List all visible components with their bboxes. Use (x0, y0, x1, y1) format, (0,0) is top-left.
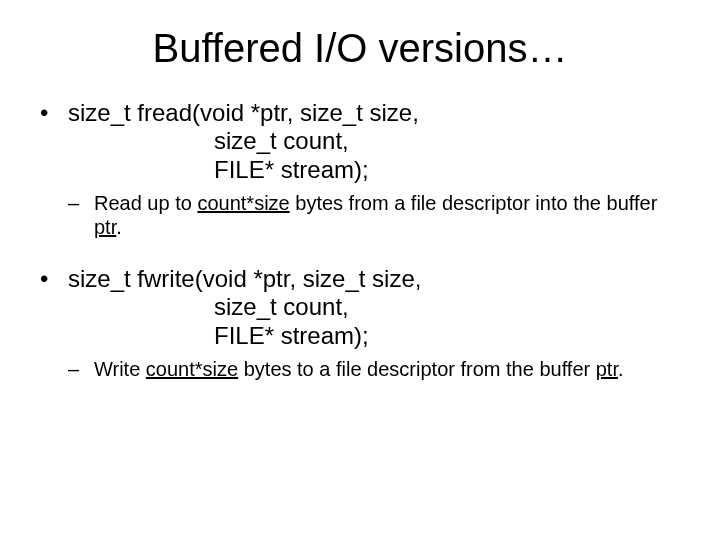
fread-desc-pre: Read up to (94, 192, 197, 214)
slide-body: • size_t fread(void *ptr, size_t size, s… (40, 99, 680, 382)
bullet-fwrite: • size_t fwrite(void *ptr, size_t size, … (40, 265, 680, 350)
subbullet-fwrite-desc: – Write count*size bytes to a file descr… (68, 358, 680, 382)
fwrite-desc-ptr: ptr (596, 358, 618, 380)
bullet-dash-icon: – (68, 192, 94, 239)
fwrite-desc-countsize: count*size (146, 358, 238, 380)
bullet-dash-icon: – (68, 358, 94, 382)
fread-desc-post: . (116, 216, 122, 238)
bullet-dot-icon: • (40, 265, 68, 350)
bullet-fread: • size_t fread(void *ptr, size_t size, s… (40, 99, 680, 184)
fwrite-desc-post: . (618, 358, 624, 380)
fwrite-desc-mid: bytes to a file descriptor from the buff… (238, 358, 596, 380)
fread-signature: size_t fread(void *ptr, size_t size, siz… (68, 99, 680, 184)
slide-title: Buffered I/O versions… (40, 26, 680, 71)
fwrite-sig-line2: size_t count, (68, 293, 680, 321)
fread-desc-mid: bytes from a file descriptor into the bu… (290, 192, 658, 214)
fread-sig-line3: FILE* stream); (68, 156, 680, 184)
bullet-dot-icon: • (40, 99, 68, 184)
fwrite-signature: size_t fwrite(void *ptr, size_t size, si… (68, 265, 680, 350)
subbullet-fread-desc: – Read up to count*size bytes from a fil… (68, 192, 680, 239)
fread-sig-line1: size_t fread(void *ptr, size_t size, (68, 99, 680, 127)
fread-desc-ptr: ptr (94, 216, 116, 238)
fread-sig-line2: size_t count, (68, 127, 680, 155)
fread-desc-countsize: count*size (197, 192, 289, 214)
fwrite-desc-pre: Write (94, 358, 146, 380)
fwrite-desc: Write count*size bytes to a file descrip… (94, 358, 680, 382)
fwrite-sig-line3: FILE* stream); (68, 322, 680, 350)
fwrite-sig-line1: size_t fwrite(void *ptr, size_t size, (68, 265, 680, 293)
slide: Buffered I/O versions… • size_t fread(vo… (0, 0, 720, 540)
fread-desc: Read up to count*size bytes from a file … (94, 192, 680, 239)
